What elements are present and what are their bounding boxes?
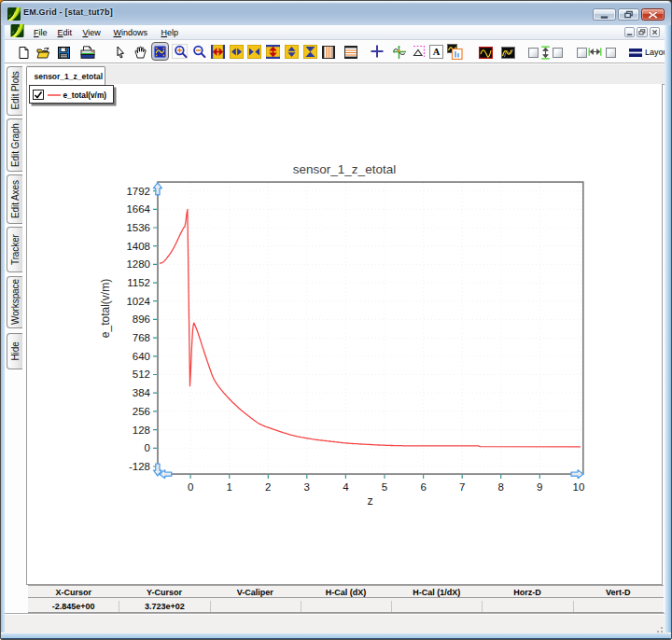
svg-text:6: 6 — [420, 480, 426, 492]
svg-text:128: 128 — [133, 424, 150, 435]
svg-text:3: 3 — [304, 480, 310, 492]
svg-text:1664: 1664 — [126, 203, 150, 215]
svg-text:1024: 1024 — [126, 295, 150, 306]
svg-text:640: 640 — [133, 350, 150, 361]
svg-text:1: 1 — [226, 480, 231, 492]
svg-text:e_total(v/m): e_total(v/m) — [99, 278, 112, 337]
svg-text:10: 10 — [573, 480, 585, 492]
svg-text:0: 0 — [188, 480, 193, 492]
svg-text:896: 896 — [133, 313, 150, 325]
svg-text:1792: 1792 — [126, 185, 150, 196]
svg-text:-128: -128 — [129, 460, 150, 471]
svg-text:1536: 1536 — [126, 221, 150, 232]
svg-text:384: 384 — [133, 387, 151, 398]
svg-text:A: A — [433, 47, 441, 57]
svg-text:7: 7 — [459, 480, 465, 492]
svg-text:5: 5 — [382, 480, 387, 492]
svg-text:768: 768 — [133, 332, 150, 343]
svg-text:9: 9 — [537, 480, 542, 492]
svg-text:2: 2 — [265, 480, 271, 492]
svg-text:1408: 1408 — [126, 240, 150, 251]
svg-text:0: 0 — [145, 442, 150, 453]
svg-text:1152: 1152 — [127, 276, 150, 287]
svg-text:1280: 1280 — [126, 258, 150, 270]
svg-text:256: 256 — [133, 405, 150, 416]
svg-text:4: 4 — [343, 480, 349, 492]
svg-text:z: z — [367, 494, 372, 508]
svg-text:8: 8 — [497, 480, 503, 492]
svg-text:512: 512 — [133, 369, 150, 380]
svg-text:sensor_1_z_etotal: sensor_1_z_etotal — [293, 162, 396, 176]
